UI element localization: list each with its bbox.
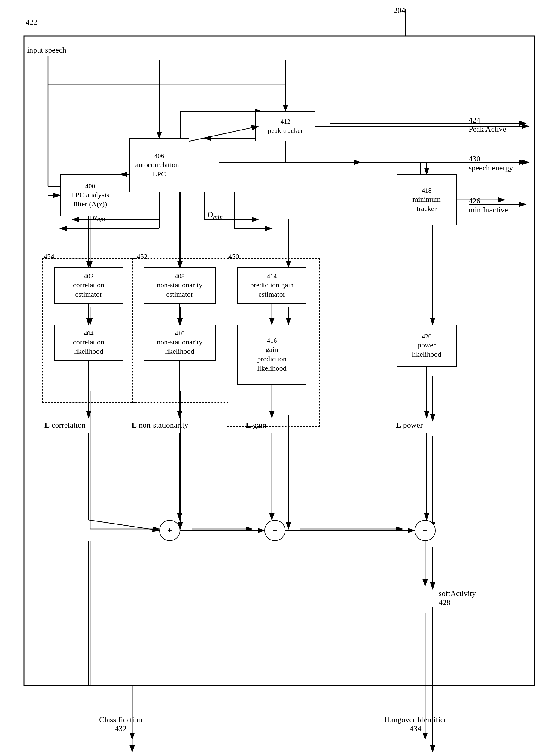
label-l-power: L power (396, 421, 423, 430)
label-l-correlation: L correlation (44, 421, 85, 430)
plus-circle-3: + (415, 520, 436, 541)
box-400: 400 LPC analysisfilter (A(z)) (60, 174, 120, 216)
label-204: 204 (394, 6, 405, 15)
box-406: 406 autocorrelation+LPC (129, 138, 189, 192)
box-408: 408 non-stationarityestimator (144, 268, 216, 303)
box-412: 412 peak tracker (255, 111, 316, 141)
diagram: 422 204 input speech 424Peak Active 430s… (0, 0, 560, 752)
label-hangover: Hangover Identifier434 (384, 715, 446, 733)
box-404: 404 correlationlikelihood (54, 324, 123, 361)
label-422: 422 (25, 18, 37, 27)
plus-circle-2: + (264, 520, 285, 541)
box-416: 416 gainpredictionlikelihood (237, 324, 306, 385)
label-classification: Classification432 (99, 715, 142, 733)
plus-circle-1: + (159, 520, 180, 541)
box-410: 410 non-stationaritylikelihood (144, 324, 216, 361)
svg-line-76 (189, 126, 258, 141)
label-min-inactive: 426min Inactive (469, 197, 508, 215)
label-l-non-stationarity: L non-stationarity (132, 421, 188, 430)
label-soft-activity: softActivity428 (439, 589, 476, 607)
box-414: 414 prediction gainestimator (237, 268, 306, 303)
box-418: 418 minimumtracker (397, 174, 457, 225)
label-input-speech: input speech (27, 46, 66, 55)
label-dmin: Dmin (207, 211, 223, 221)
box-420: 420 powerlikelihood (397, 324, 457, 367)
label-peak-active: 424Peak Active (469, 116, 506, 134)
label-speech-energy: 430speech energy (469, 155, 513, 173)
box-402: 402 correlationestimator (54, 268, 123, 303)
svg-line-54 (88, 520, 159, 531)
